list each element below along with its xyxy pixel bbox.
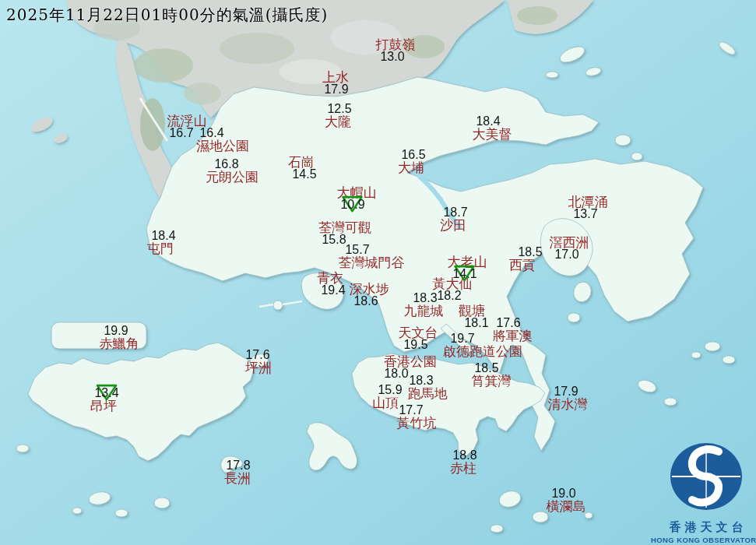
hko-logo-english: HONG KONG OBSERVATORY bbox=[651, 536, 756, 544]
temperature-map: 2025年11月22日01時00分的氣溫(攝氏度) 打鼓嶺13.0上水17.91… bbox=[0, 0, 756, 545]
hong-kong-map bbox=[0, 0, 756, 545]
hko-logo-icon bbox=[666, 441, 747, 519]
map-title: 2025年11月22日01時00分的氣溫(攝氏度) bbox=[6, 5, 328, 26]
hko-logo-chinese: 香港天文台 bbox=[666, 520, 747, 535]
hko-logo: 香港天文台 HONG KONG OBSERVATORY bbox=[659, 441, 754, 544]
